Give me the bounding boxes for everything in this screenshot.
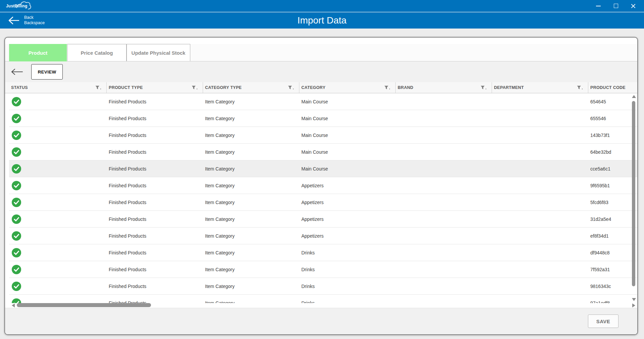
category-cell: Main Course xyxy=(299,149,396,155)
product-type-cell: Finished Products xyxy=(107,183,203,188)
import-grid: STATUS PRODUCT TYPE CATEGORY TYPE CATEGO… xyxy=(5,82,637,308)
table-row[interactable]: Finished Products Item Category Appetize… xyxy=(9,228,637,244)
table-row[interactable]: Finished Products Item Category Drinks d… xyxy=(9,244,637,261)
column-header[interactable]: BRAND xyxy=(396,82,492,93)
status-cell xyxy=(9,164,107,174)
status-cell xyxy=(9,198,107,207)
column-header[interactable]: STATUS xyxy=(9,82,107,93)
back-button[interactable]: Back Backspace xyxy=(8,15,45,26)
table-row[interactable]: Finished Products Item Category Main Cou… xyxy=(9,127,637,144)
product-code-cell: 5fcd6f83 xyxy=(588,200,637,205)
status-success-icon xyxy=(12,231,21,241)
category-cell: Main Course xyxy=(299,166,396,172)
close-icon[interactable] xyxy=(631,3,636,9)
table-row[interactable]: Finished Products Item Category Appetize… xyxy=(9,211,637,228)
status-cell xyxy=(9,265,107,274)
status-success-icon xyxy=(12,114,21,123)
horizontal-scrollbar-thumb[interactable] xyxy=(17,303,151,307)
filter-icon[interactable] xyxy=(481,86,486,90)
column-header[interactable]: PRODUCT TYPE xyxy=(107,82,203,93)
status-cell xyxy=(9,231,107,241)
scroll-up-icon[interactable] xyxy=(632,95,636,98)
category-cell: Appetizers xyxy=(299,200,396,205)
table-row[interactable]: Finished Products Item Category Main Cou… xyxy=(9,110,637,127)
product-code-cell: 143b73f1 xyxy=(588,133,637,138)
status-cell xyxy=(9,214,107,224)
column-header[interactable]: CATEGORY xyxy=(299,82,396,93)
status-cell xyxy=(9,147,107,157)
table-row[interactable]: Finished Products Item Category Appetize… xyxy=(9,177,637,194)
category-type-cell: Item Category xyxy=(203,300,299,303)
column-header[interactable]: DEPARTMENT xyxy=(492,82,588,93)
product-code-cell: 97a1edf8 xyxy=(588,300,637,303)
column-header-label: CATEGORY xyxy=(301,85,326,90)
minimize-icon[interactable] xyxy=(596,3,601,9)
product-type-cell: Finished Products xyxy=(107,133,203,138)
product-code-cell: 64be32bd xyxy=(588,149,637,155)
product-code-cell: 9816343c xyxy=(588,284,637,289)
status-success-icon xyxy=(12,198,21,207)
category-type-cell: Item Category xyxy=(203,99,299,104)
column-header-label: CATEGORY TYPE xyxy=(205,85,242,90)
table-row[interactable]: Finished Products Item Category Drinks 9… xyxy=(9,278,637,295)
column-header[interactable]: CATEGORY TYPE xyxy=(203,82,299,93)
category-type-cell: Item Category xyxy=(203,233,299,239)
product-type-cell: Finished Products xyxy=(107,99,203,104)
status-cell xyxy=(9,282,107,291)
window-titlebar: JustBilling xyxy=(0,0,644,12)
product-type-cell: Finished Products xyxy=(107,233,203,239)
table-row[interactable]: Finished Products Item Category Drinks 9… xyxy=(9,295,637,303)
maximize-icon[interactable] xyxy=(613,3,618,9)
tab-product[interactable]: Product xyxy=(9,44,67,61)
status-cell xyxy=(9,181,107,190)
product-type-cell: Finished Products xyxy=(107,149,203,155)
scroll-left-icon[interactable] xyxy=(12,303,15,307)
table-row[interactable]: Finished Products Item Category Main Cou… xyxy=(9,93,637,110)
status-success-icon xyxy=(12,282,21,291)
tab-price-catalog[interactable]: Price Catalog xyxy=(67,44,127,61)
category-cell: Appetizers xyxy=(299,216,396,222)
table-row[interactable]: Finished Products Item Category Main Cou… xyxy=(9,144,637,160)
category-type-cell: Item Category xyxy=(203,149,299,155)
review-button[interactable]: REVIEW xyxy=(31,64,63,80)
scroll-down-icon[interactable] xyxy=(632,298,636,301)
product-type-cell: Finished Products xyxy=(107,166,203,172)
status-success-icon xyxy=(12,131,21,140)
horizontal-scrollbar[interactable] xyxy=(5,303,631,308)
table-row[interactable]: Finished Products Item Category Appetize… xyxy=(9,194,637,211)
filter-icon[interactable] xyxy=(192,86,197,90)
vertical-scrollbar-thumb[interactable] xyxy=(632,101,635,286)
category-cell: Appetizers xyxy=(299,183,396,188)
grid-toolbar: REVIEW xyxy=(5,61,637,82)
page-header: Import Data Back Backspace xyxy=(0,12,644,29)
app-logo-text: JustBilling xyxy=(6,4,28,8)
filter-icon[interactable] xyxy=(577,86,583,90)
vertical-scrollbar[interactable] xyxy=(631,94,636,306)
filter-icon[interactable] xyxy=(288,86,294,90)
category-type-cell: Item Category xyxy=(203,216,299,222)
filter-icon[interactable] xyxy=(95,86,101,90)
save-button[interactable]: SAVE xyxy=(588,314,618,328)
status-success-icon xyxy=(12,298,21,303)
category-type-cell: Item Category xyxy=(203,250,299,255)
import-data-panel: Product Price Catalog Update Physical St… xyxy=(4,37,638,335)
category-cell: Drinks xyxy=(299,267,396,272)
table-row[interactable]: Finished Products Item Category Drinks 7… xyxy=(9,261,637,278)
status-cell xyxy=(9,131,107,140)
toolbar-back-button[interactable] xyxy=(11,68,23,75)
category-type-cell: Item Category xyxy=(203,200,299,205)
table-row[interactable]: Finished Products Item Category Main Cou… xyxy=(9,160,637,177)
scroll-right-icon[interactable] xyxy=(632,303,635,307)
filter-icon[interactable] xyxy=(384,86,390,90)
category-type-cell: Item Category xyxy=(203,183,299,188)
status-success-icon xyxy=(12,214,21,224)
status-success-icon xyxy=(12,147,21,157)
status-success-icon xyxy=(12,97,21,106)
column-header[interactable]: PRODUCT CODE xyxy=(588,82,637,93)
product-type-cell: Finished Products xyxy=(107,200,203,205)
category-cell: Main Course xyxy=(299,116,396,121)
column-header-label: STATUS xyxy=(11,85,28,90)
status-success-icon xyxy=(12,181,21,190)
product-code-cell: 9f6595b1 xyxy=(588,183,637,188)
tab-update-physical-stock[interactable]: Update Physical Stock xyxy=(127,44,190,61)
